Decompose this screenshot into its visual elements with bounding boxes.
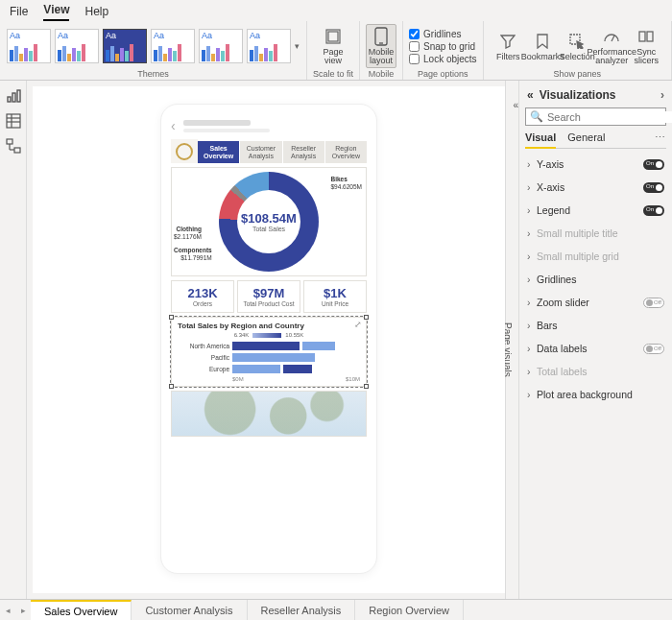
toggle[interactable]: Off xyxy=(643,344,664,354)
lock-objects-checkbox[interactable]: Lock objects xyxy=(409,54,477,64)
pane-title: Visualizations xyxy=(540,88,616,102)
search-icon: 🔍 xyxy=(530,110,543,123)
toggle[interactable]: On xyxy=(643,182,664,193)
callout-bikes: Bikes$94.6205M xyxy=(330,176,362,189)
svg-rect-11 xyxy=(7,114,20,128)
focus-mode-icon[interactable]: ⤢ xyxy=(354,320,362,329)
page-tab[interactable]: Region Overview xyxy=(355,600,464,620)
stat-unit-price[interactable]: $1KUnit Price xyxy=(303,280,367,313)
page-tab[interactable]: Customer Analysis xyxy=(132,600,247,620)
mobile-canvas[interactable]: ‹ Sales Overview Customer Analysis Resel… xyxy=(33,86,505,593)
svg-rect-16 xyxy=(14,148,20,153)
phone-frame: ‹ Sales Overview Customer Analysis Resel… xyxy=(160,104,377,574)
data-view-icon[interactable] xyxy=(6,113,21,129)
theme-swatch[interactable]: Aa xyxy=(247,29,291,63)
ribbon-group-label: Themes xyxy=(137,69,169,80)
mobile-layout-button[interactable]: Mobile layout xyxy=(366,24,396,68)
bar-chart-visual[interactable]: ⤢ Total Sales by Region and Country 6.34… xyxy=(171,317,367,387)
snap-to-grid-checkbox[interactable]: Snap to grid xyxy=(409,41,477,52)
bar-chart-title: Total Sales by Region and Country xyxy=(178,322,360,330)
ribbon-group-label: Page options xyxy=(418,69,468,80)
viz-option[interactable]: ›Y-axisOn xyxy=(525,153,666,176)
map-visual[interactable] xyxy=(171,391,367,437)
page-tab[interactable]: Sales Overview xyxy=(31,600,132,620)
phone-back-icon[interactable]: ‹ xyxy=(171,118,176,133)
bar-row: Pacific xyxy=(178,353,360,362)
page-view-button[interactable]: Page view xyxy=(318,25,348,67)
report-logo-icon xyxy=(176,143,193,160)
bookmark-icon xyxy=(533,32,552,51)
viz-tab-general[interactable]: General xyxy=(567,131,605,144)
ribbon-group-label: Scale to fit xyxy=(313,69,353,80)
menu-help[interactable]: Help xyxy=(84,5,108,21)
themes-dropdown-icon[interactable]: ▾ xyxy=(295,41,300,51)
total-sales-value: $108.54M xyxy=(241,211,297,226)
viz-option[interactable]: ›LegendOn xyxy=(525,199,666,222)
viz-option[interactable]: ›Gridlines xyxy=(525,268,666,291)
stat-cards-row: 213KOrders $97MTotal Product Cost $1KUni… xyxy=(171,280,367,313)
model-view-icon[interactable] xyxy=(6,138,21,154)
filters-button[interactable]: Filters xyxy=(492,30,523,63)
report-view-icon[interactable] xyxy=(6,88,21,104)
sync-icon xyxy=(636,27,656,46)
bookmarks-button[interactable]: Bookmarks xyxy=(527,30,558,63)
viz-option[interactable]: ›Bars xyxy=(525,314,666,337)
viz-tab-visual[interactable]: Visual xyxy=(525,131,556,149)
total-sales-label: Total Sales xyxy=(252,226,285,232)
ribbon-group-label: Mobile xyxy=(369,69,395,80)
stat-orders[interactable]: 213KOrders xyxy=(171,280,234,313)
tab-reseller-analysis[interactable]: Reseller Analysis xyxy=(283,141,324,163)
gauge-icon xyxy=(602,27,621,46)
viz-more-icon[interactable]: ⋯ xyxy=(655,131,666,144)
theme-swatch[interactable]: Aa xyxy=(7,29,51,63)
menu-view[interactable]: View xyxy=(43,3,69,21)
svg-rect-1 xyxy=(328,32,338,41)
viz-search-input[interactable] xyxy=(547,111,672,123)
viz-option: ›Total labels xyxy=(525,360,666,383)
toggle[interactable]: Off xyxy=(643,298,664,308)
tab-customer-analysis[interactable]: Customer Analysis xyxy=(240,141,281,163)
donut-chart-visual[interactable]: $108.54M Total Sales Bikes$94.6205M Clot… xyxy=(171,167,367,276)
bar-chart-axis: $0M$10M xyxy=(178,376,360,382)
bar-row: Europe xyxy=(178,365,360,373)
viz-option[interactable]: ›Data labelsOff xyxy=(525,337,666,360)
theme-swatch[interactable]: Aa xyxy=(151,29,195,63)
collapse-pane-icon[interactable]: « xyxy=(527,88,534,102)
page-visuals-side-tab[interactable]: « Page visuals xyxy=(505,81,518,599)
tab-region-overview[interactable]: Region Overview xyxy=(325,141,367,163)
visualizations-pane: « Visualizations › 🔍 Visual General ⋯ ›Y… xyxy=(518,81,672,599)
gridlines-checkbox[interactable]: Gridlines xyxy=(409,29,477,39)
theme-swatch-selected[interactable]: Aa xyxy=(103,29,147,63)
svg-rect-7 xyxy=(647,32,653,41)
page-tabs-bar: ◂ ▸ Sales Overview Customer Analysis Res… xyxy=(0,599,672,620)
viz-search[interactable]: 🔍 xyxy=(525,107,666,126)
viz-option[interactable]: ›Plot area background xyxy=(525,383,666,406)
viz-option[interactable]: ›X-axisOn xyxy=(525,176,666,199)
svg-rect-2 xyxy=(375,28,387,45)
viz-option: ›Small multiple grid xyxy=(525,245,666,268)
page-prev-icon[interactable]: ◂ xyxy=(0,600,15,620)
stat-product-cost[interactable]: $97MTotal Product Cost xyxy=(237,280,300,313)
page-view-icon xyxy=(324,27,343,46)
theme-swatch[interactable]: Aa xyxy=(199,29,243,63)
callout-clothing: Clothing$2.1176M xyxy=(174,226,202,239)
donut-chart: $108.54M Total Sales xyxy=(219,172,319,272)
toggle[interactable]: On xyxy=(643,159,664,170)
svg-rect-8 xyxy=(8,97,11,102)
page-next-icon[interactable]: ▸ xyxy=(15,600,31,620)
sync-slicers-button[interactable]: Sync slicers xyxy=(631,25,661,67)
filter-icon xyxy=(498,32,517,51)
menu-file[interactable]: File xyxy=(10,5,28,21)
mobile-icon xyxy=(372,27,391,46)
callout-components: Components$11.7991M xyxy=(174,247,212,260)
theme-swatch[interactable]: Aa xyxy=(55,29,99,63)
tab-sales-overview[interactable]: Sales Overview xyxy=(198,141,239,163)
left-view-rail xyxy=(0,81,27,599)
viz-option[interactable]: ›Zoom sliderOff xyxy=(525,291,666,314)
svg-rect-10 xyxy=(17,90,20,102)
expand-pane-icon[interactable]: › xyxy=(660,88,664,102)
bar-chart-legend: 6.34K10.55K xyxy=(178,332,360,338)
performance-analyzer-button[interactable]: Performance analyzer xyxy=(596,25,627,67)
toggle[interactable]: On xyxy=(643,205,664,216)
page-tab[interactable]: Reseller Analysis xyxy=(248,600,356,620)
